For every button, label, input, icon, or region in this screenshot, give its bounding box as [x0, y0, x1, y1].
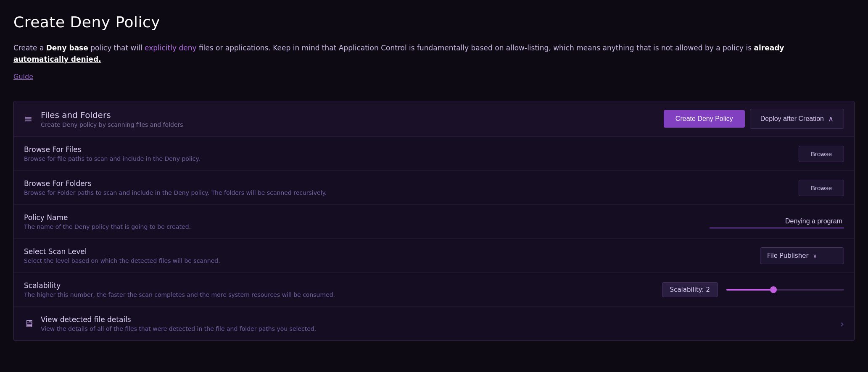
- page-container: Create Deny Policy Create a Deny base po…: [0, 0, 868, 354]
- browse-folders-action: Browse: [799, 180, 844, 196]
- scan-level-desc: Select the level based on which the dete…: [24, 257, 750, 264]
- policy-name-desc: The name of the Deny policy that is goin…: [24, 223, 699, 230]
- view-details-row[interactable]: 🖥 View detected file details View the de…: [14, 307, 854, 341]
- browse-files-desc: Browse for file paths to scan and includ…: [24, 155, 789, 162]
- browse-folders-row: Browse For Folders Browse for Folder pat…: [14, 171, 854, 205]
- desc-prefix: Create a: [13, 44, 46, 52]
- header-title: Files and Folders: [41, 110, 655, 120]
- file-details-icon: 🖥: [24, 318, 34, 330]
- browse-folders-text: Browse For Folders Browse for Folder pat…: [24, 179, 789, 196]
- card-header: ≡ Files and Folders Create Deny policy b…: [14, 101, 854, 137]
- browse-files-row: Browse For Files Browse for file paths t…: [14, 137, 854, 171]
- scan-level-row: Select Scan Level Select the level based…: [14, 239, 854, 273]
- scalability-desc: The higher this number, the faster the s…: [24, 291, 652, 298]
- chevron-right-icon: ›: [840, 319, 844, 329]
- scalability-title: Scalability: [24, 281, 652, 290]
- chevron-down-icon: ∨: [813, 252, 817, 259]
- chevron-up-icon: ∧: [828, 114, 834, 123]
- policy-name-text: Policy Name The name of the Deny policy …: [24, 213, 699, 230]
- description-block: Create a Deny base policy that will expl…: [13, 42, 812, 65]
- header-subtitle: Create Deny policy by scanning files and…: [41, 121, 655, 128]
- scan-level-title: Select Scan Level: [24, 247, 750, 256]
- scan-level-action: File Publisher ∨: [760, 247, 844, 264]
- scalability-slider-container: [726, 289, 844, 291]
- create-deny-policy-button[interactable]: Create Deny Policy: [664, 110, 745, 128]
- browse-folders-title: Browse For Folders: [24, 179, 789, 188]
- guide-link[interactable]: Guide: [13, 73, 33, 81]
- desc-bold: Deny base: [46, 44, 88, 52]
- browse-files-button[interactable]: Browse: [799, 146, 844, 162]
- scan-level-text: Select Scan Level Select the level based…: [24, 247, 750, 264]
- scalability-action: Scalability: 2: [662, 282, 844, 297]
- browse-files-action: Browse: [799, 146, 844, 162]
- main-card: ≡ Files and Folders Create Deny policy b…: [13, 101, 855, 341]
- view-details-desc: View the details of all of the files tha…: [41, 325, 834, 332]
- files-folders-icon: ≡: [24, 113, 32, 125]
- header-actions: Create Deny Policy Deploy after Creation…: [664, 109, 844, 129]
- scan-level-value: File Publisher: [767, 252, 809, 259]
- deploy-after-creation-button[interactable]: Deploy after Creation ∧: [750, 109, 844, 129]
- policy-name-input[interactable]: [710, 215, 844, 228]
- browse-folders-button[interactable]: Browse: [799, 180, 844, 196]
- scalability-controls: Scalability: 2: [662, 282, 844, 297]
- scalability-slider-thumb[interactable]: [770, 286, 777, 293]
- browse-files-title: Browse For Files: [24, 145, 789, 154]
- desc-highlight: explicitly deny: [145, 44, 196, 52]
- view-details-title: View detected file details: [41, 315, 834, 324]
- page-title: Create Deny Policy: [13, 13, 855, 31]
- deploy-label: Deploy after Creation: [760, 115, 824, 123]
- header-text-block: Files and Folders Create Deny policy by …: [41, 110, 655, 128]
- view-details-text: View detected file details View the deta…: [41, 315, 834, 332]
- scalability-badge: Scalability: 2: [662, 282, 718, 297]
- policy-name-title: Policy Name: [24, 213, 699, 222]
- scan-level-dropdown[interactable]: File Publisher ∨: [760, 247, 844, 264]
- policy-name-row: Policy Name The name of the Deny policy …: [14, 205, 854, 239]
- browse-folders-desc: Browse for Folder paths to scan and incl…: [24, 189, 789, 196]
- policy-name-action: [710, 215, 844, 228]
- desc-middle: policy that will: [88, 44, 145, 52]
- browse-files-text: Browse For Files Browse for file paths t…: [24, 145, 789, 162]
- desc-suffix: files or applications. Keep in mind that…: [197, 44, 754, 52]
- scalability-slider-track[interactable]: [726, 289, 844, 291]
- scalability-row: Scalability The higher this number, the …: [14, 273, 854, 307]
- scalability-text: Scalability The higher this number, the …: [24, 281, 652, 298]
